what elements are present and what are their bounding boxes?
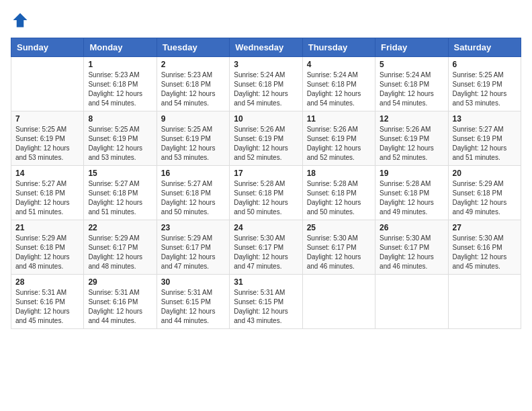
page-header	[11, 11, 521, 30]
day-number: 29	[88, 277, 152, 287]
logo-icon	[11, 11, 30, 30]
calendar-cell: 11Sunrise: 5:26 AMSunset: 6:19 PMDayligh…	[302, 111, 375, 166]
day-info: Sunrise: 5:25 AMSunset: 6:19 PMDaylight:…	[15, 125, 79, 163]
day-number: 19	[380, 169, 443, 178]
day-number: 12	[380, 114, 443, 124]
calendar-cell	[375, 275, 448, 329]
day-number: 6	[453, 60, 517, 69]
day-number: 27	[453, 223, 517, 232]
day-number: 5	[380, 60, 443, 69]
calendar-cell: 15Sunrise: 5:27 AMSunset: 6:18 PMDayligh…	[84, 166, 157, 220]
day-number: 23	[161, 223, 225, 232]
day-number: 4	[307, 60, 371, 69]
day-info: Sunrise: 5:23 AMSunset: 6:18 PMDaylight:…	[161, 71, 225, 108]
calendar-cell: 21Sunrise: 5:29 AMSunset: 6:18 PMDayligh…	[11, 220, 84, 275]
day-number: 1	[88, 60, 152, 69]
day-info: Sunrise: 5:31 AMSunset: 6:15 PMDaylight:…	[234, 288, 298, 326]
logo	[11, 11, 32, 30]
day-info: Sunrise: 5:27 AMSunset: 6:18 PMDaylight:…	[88, 179, 152, 217]
day-number: 8	[88, 114, 152, 124]
day-info: Sunrise: 5:29 AMSunset: 6:18 PMDaylight:…	[15, 234, 79, 271]
calendar-week-2: 14Sunrise: 5:27 AMSunset: 6:18 PMDayligh…	[11, 166, 521, 220]
calendar-cell: 13Sunrise: 5:27 AMSunset: 6:19 PMDayligh…	[448, 111, 521, 166]
day-info: Sunrise: 5:30 AMSunset: 6:16 PMDaylight:…	[453, 234, 517, 271]
svg-marker-0	[13, 13, 28, 28]
calendar-week-4: 28Sunrise: 5:31 AMSunset: 6:16 PMDayligh…	[11, 275, 521, 329]
calendar-table: SundayMondayTuesdayWednesdayThursdayFrid…	[11, 38, 521, 329]
calendar-cell: 26Sunrise: 5:30 AMSunset: 6:17 PMDayligh…	[375, 220, 448, 275]
day-info: Sunrise: 5:31 AMSunset: 6:16 PMDaylight:…	[15, 288, 79, 326]
calendar-cell: 1Sunrise: 5:23 AMSunset: 6:18 PMDaylight…	[84, 57, 157, 111]
day-info: Sunrise: 5:28 AMSunset: 6:18 PMDaylight:…	[234, 179, 298, 217]
calendar-header-friday: Friday	[375, 38, 448, 57]
calendar-cell: 4Sunrise: 5:24 AMSunset: 6:18 PMDaylight…	[302, 57, 375, 111]
day-info: Sunrise: 5:26 AMSunset: 6:19 PMDaylight:…	[380, 125, 443, 163]
day-number: 25	[307, 223, 371, 232]
calendar-cell: 19Sunrise: 5:28 AMSunset: 6:18 PMDayligh…	[375, 166, 448, 220]
day-info: Sunrise: 5:28 AMSunset: 6:18 PMDaylight:…	[380, 179, 443, 217]
day-info: Sunrise: 5:28 AMSunset: 6:18 PMDaylight:…	[307, 179, 371, 217]
calendar-cell: 25Sunrise: 5:30 AMSunset: 6:17 PMDayligh…	[302, 220, 375, 275]
day-info: Sunrise: 5:29 AMSunset: 6:17 PMDaylight:…	[161, 234, 225, 271]
calendar-week-3: 21Sunrise: 5:29 AMSunset: 6:18 PMDayligh…	[11, 220, 521, 275]
day-info: Sunrise: 5:24 AMSunset: 6:18 PMDaylight:…	[380, 71, 443, 108]
day-number: 17	[234, 169, 298, 178]
day-info: Sunrise: 5:27 AMSunset: 6:18 PMDaylight:…	[161, 179, 225, 217]
calendar-cell: 27Sunrise: 5:30 AMSunset: 6:16 PMDayligh…	[448, 220, 521, 275]
day-number: 7	[15, 114, 79, 124]
day-number: 24	[234, 223, 298, 232]
day-info: Sunrise: 5:31 AMSunset: 6:16 PMDaylight:…	[88, 288, 152, 326]
day-number: 13	[453, 114, 517, 124]
day-number: 14	[15, 169, 79, 178]
calendar-cell: 17Sunrise: 5:28 AMSunset: 6:18 PMDayligh…	[230, 166, 302, 220]
calendar-cell: 3Sunrise: 5:24 AMSunset: 6:18 PMDaylight…	[230, 57, 302, 111]
day-info: Sunrise: 5:25 AMSunset: 6:19 PMDaylight:…	[161, 125, 225, 163]
day-info: Sunrise: 5:30 AMSunset: 6:17 PMDaylight:…	[307, 234, 371, 271]
calendar-header-wednesday: Wednesday	[230, 38, 302, 57]
calendar-header-thursday: Thursday	[302, 38, 375, 57]
calendar-cell: 5Sunrise: 5:24 AMSunset: 6:18 PMDaylight…	[375, 57, 448, 111]
calendar-cell: 29Sunrise: 5:31 AMSunset: 6:16 PMDayligh…	[84, 275, 157, 329]
calendar-cell	[302, 275, 375, 329]
calendar-cell: 12Sunrise: 5:26 AMSunset: 6:19 PMDayligh…	[375, 111, 448, 166]
calendar-cell: 2Sunrise: 5:23 AMSunset: 6:18 PMDaylight…	[157, 57, 229, 111]
calendar-cell: 24Sunrise: 5:30 AMSunset: 6:17 PMDayligh…	[230, 220, 302, 275]
calendar-header-monday: Monday	[84, 38, 157, 57]
calendar-cell: 8Sunrise: 5:25 AMSunset: 6:19 PMDaylight…	[84, 111, 157, 166]
day-info: Sunrise: 5:27 AMSunset: 6:19 PMDaylight:…	[453, 125, 517, 163]
calendar-cell	[11, 57, 84, 111]
day-info: Sunrise: 5:30 AMSunset: 6:17 PMDaylight:…	[380, 234, 443, 271]
day-number: 31	[234, 277, 298, 287]
calendar-cell: 20Sunrise: 5:29 AMSunset: 6:18 PMDayligh…	[448, 166, 521, 220]
day-number: 10	[234, 114, 298, 124]
calendar-week-0: 1Sunrise: 5:23 AMSunset: 6:18 PMDaylight…	[11, 57, 521, 111]
day-number: 28	[15, 277, 79, 287]
calendar-cell: 23Sunrise: 5:29 AMSunset: 6:17 PMDayligh…	[157, 220, 229, 275]
day-info: Sunrise: 5:25 AMSunset: 6:19 PMDaylight:…	[453, 71, 517, 108]
calendar-cell: 6Sunrise: 5:25 AMSunset: 6:19 PMDaylight…	[448, 57, 521, 111]
day-number: 11	[307, 114, 371, 124]
day-number: 26	[380, 223, 443, 232]
calendar-cell: 22Sunrise: 5:29 AMSunset: 6:17 PMDayligh…	[84, 220, 157, 275]
day-number: 15	[88, 169, 152, 178]
calendar-cell: 10Sunrise: 5:26 AMSunset: 6:19 PMDayligh…	[230, 111, 302, 166]
day-number: 18	[307, 169, 371, 178]
day-number: 20	[453, 169, 517, 178]
day-number: 9	[161, 114, 225, 124]
calendar-header-sunday: Sunday	[11, 38, 84, 57]
day-info: Sunrise: 5:29 AMSunset: 6:17 PMDaylight:…	[88, 234, 152, 271]
day-info: Sunrise: 5:26 AMSunset: 6:19 PMDaylight:…	[307, 125, 371, 163]
day-info: Sunrise: 5:29 AMSunset: 6:18 PMDaylight:…	[453, 179, 517, 217]
day-info: Sunrise: 5:23 AMSunset: 6:18 PMDaylight:…	[88, 71, 152, 108]
day-number: 21	[15, 223, 79, 232]
day-number: 3	[234, 60, 298, 69]
calendar-cell: 14Sunrise: 5:27 AMSunset: 6:18 PMDayligh…	[11, 166, 84, 220]
day-info: Sunrise: 5:24 AMSunset: 6:18 PMDaylight:…	[307, 71, 371, 108]
day-number: 16	[161, 169, 225, 178]
calendar-cell	[448, 275, 521, 329]
day-info: Sunrise: 5:30 AMSunset: 6:17 PMDaylight:…	[234, 234, 298, 271]
calendar-cell: 16Sunrise: 5:27 AMSunset: 6:18 PMDayligh…	[157, 166, 229, 220]
calendar-cell: 28Sunrise: 5:31 AMSunset: 6:16 PMDayligh…	[11, 275, 84, 329]
day-info: Sunrise: 5:25 AMSunset: 6:19 PMDaylight:…	[88, 125, 152, 163]
day-number: 30	[161, 277, 225, 287]
